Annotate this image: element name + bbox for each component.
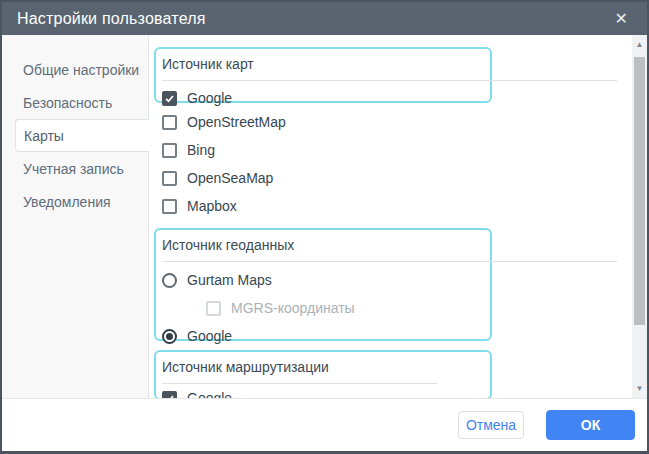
scrollbar-thumb[interactable] [634,57,645,325]
map-source-options: OpenStreetMap Bing OpenSeaMap Mapbox [162,108,286,220]
section-map-source: Источник карт Google [154,47,492,103]
checkbox-unchecked-icon[interactable] [162,171,177,186]
checkbox-label: Google [187,90,232,106]
checkbox-label: OpenSeaMap [187,170,273,186]
checkbox-label: Mapbox [187,198,237,214]
user-settings-dialog: Настройки пользователя ✕ Общие настройки… [0,0,649,454]
checkbox-row-bing[interactable]: Bing [162,136,286,164]
checkbox-row-mgrs: MGRS-координаты [206,294,490,322]
maps-settings-panel: Источник карт Google OpenStreetMap Bing [149,35,647,398]
section-divider [162,383,437,384]
radio-selected-icon[interactable] [162,329,177,344]
vertical-scrollbar[interactable]: ▲ ▼ [632,35,647,398]
scroll-down-icon[interactable]: ▼ [632,381,647,396]
section-divider [162,80,617,81]
cancel-button[interactable]: Отмена [458,411,524,439]
checkbox-unchecked-icon[interactable] [162,115,177,130]
checkbox-row-google-maps[interactable]: Google [162,90,490,106]
sidebar-item-notifications[interactable]: Уведомления [2,185,148,218]
radio-row-gurtam-maps[interactable]: Gurtam Maps [162,266,490,294]
section-geodata-source: Источник геоданных Gurtam Maps MGRS-коор… [154,228,492,341]
dialog-body: Общие настройки Безопасность Карты Учетн… [2,35,647,398]
sidebar-item-account[interactable]: Учетная запись [2,152,148,185]
section-title: Источник геоданных [156,230,490,253]
checkbox-row-mapbox[interactable]: Mapbox [162,192,286,220]
checkbox-checked-icon[interactable] [162,91,177,106]
section-title: Источник маршрутизации [156,352,490,375]
checkbox-label: MGRS-координаты [231,300,355,316]
radio-label: Google [187,328,232,344]
ok-button[interactable]: ОК [546,410,635,440]
checkbox-row-openseamap[interactable]: OpenSeaMap [162,164,286,192]
checkbox-row-openstreetmap[interactable]: OpenStreetMap [162,108,286,136]
scroll-up-icon[interactable]: ▲ [632,37,647,52]
sidebar-item-maps[interactable]: Карты [15,119,149,152]
checkbox-label: Bing [187,142,215,158]
checkbox-unchecked-icon[interactable] [162,143,177,158]
checkbox-unchecked-icon[interactable] [162,199,177,214]
radio-label: Gurtam Maps [187,272,272,288]
radio-row-google-geodata[interactable]: Google [162,322,490,350]
checkbox-disabled-icon [206,301,221,316]
sidebar-item-security[interactable]: Безопасность [2,86,148,119]
section-routing-source: Источник маршрутизации Google [154,350,492,400]
radio-unselected-icon[interactable] [162,273,177,288]
section-divider [162,261,617,262]
dialog-footer: Отмена ОК [2,398,647,451]
section-title: Источник карт [156,49,490,72]
close-icon[interactable]: ✕ [610,9,632,29]
checkbox-label: OpenStreetMap [187,114,286,130]
dialog-title: Настройки пользователя [17,10,610,28]
settings-tabs-sidebar: Общие настройки Безопасность Карты Учетн… [2,35,149,398]
sidebar-item-general[interactable]: Общие настройки [2,53,148,86]
dialog-titlebar: Настройки пользователя ✕ [2,2,647,35]
